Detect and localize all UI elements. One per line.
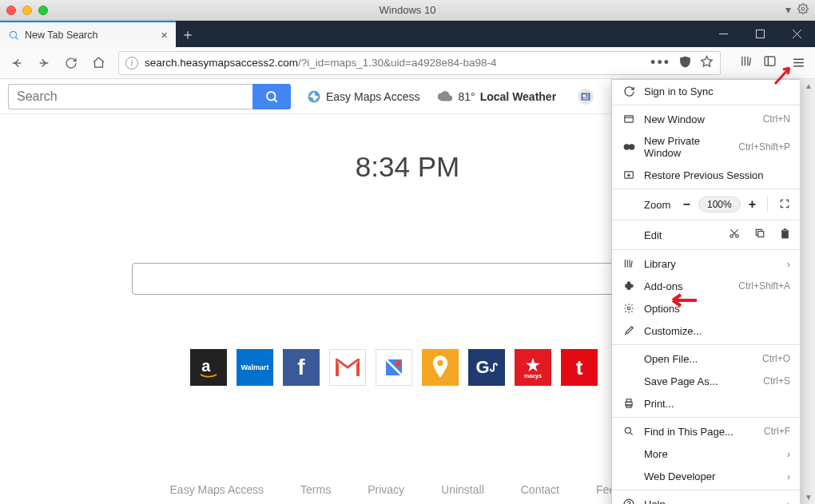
cut-button[interactable] bbox=[729, 228, 740, 242]
menu-new-window[interactable]: New Window Ctrl+N bbox=[612, 108, 800, 130]
pocket-icon[interactable] bbox=[678, 55, 692, 71]
svg-point-28 bbox=[625, 427, 630, 433]
menu-new-private-window[interactable]: New Private Window Ctrl+Shift+P bbox=[612, 130, 800, 164]
vertical-scrollbar[interactable]: ▲ ▼ bbox=[801, 79, 815, 504]
paste-button[interactable] bbox=[780, 228, 790, 242]
maximize-button[interactable] bbox=[741, 21, 778, 47]
sync-icon bbox=[622, 85, 636, 97]
svg-text:a: a bbox=[201, 357, 211, 375]
svg-rect-2 bbox=[756, 30, 764, 38]
sidebar-icon[interactable] bbox=[763, 54, 777, 71]
page-search bbox=[8, 84, 291, 109]
tile-macys[interactable]: ★macys bbox=[515, 349, 551, 386]
menu-label: Add-ons bbox=[644, 280, 738, 292]
menu-label: More bbox=[644, 448, 787, 460]
fullscreen-button[interactable] bbox=[779, 198, 790, 212]
tile-maps-pin[interactable] bbox=[422, 349, 459, 386]
menu-help[interactable]: Help › bbox=[612, 493, 800, 504]
minimize-button[interactable] bbox=[705, 21, 741, 47]
reload-button[interactable] bbox=[59, 51, 83, 75]
page-actions-icon[interactable]: ••• bbox=[650, 54, 670, 71]
svg-rect-19 bbox=[758, 232, 764, 237]
footer-link[interactable]: Terms bbox=[300, 483, 331, 496]
menu-zoom-row: Zoom − 100% + bbox=[612, 192, 800, 217]
menu-shortcut: Ctrl+N bbox=[763, 113, 790, 125]
svg-point-11 bbox=[437, 360, 443, 366]
zoom-value[interactable]: 100% bbox=[698, 196, 741, 212]
tab-new-tab-search[interactable]: New Tab Search × bbox=[0, 21, 176, 47]
menu-label: Sign in to Sync bbox=[644, 85, 790, 97]
edit-label: Edit bbox=[644, 229, 662, 241]
menu-print[interactable]: Print... bbox=[612, 392, 800, 415]
bookmark-star-icon[interactable] bbox=[700, 55, 714, 71]
tile-gas[interactable]: Gᔑ bbox=[468, 349, 505, 386]
menu-label: Open File... bbox=[644, 353, 762, 365]
svg-rect-21 bbox=[783, 228, 786, 231]
new-tab-button[interactable]: ＋ bbox=[176, 21, 200, 47]
menu-web-developer[interactable]: Web Developer › bbox=[612, 465, 800, 487]
menu-addons[interactable]: Add-ons Ctrl+Shift+A bbox=[612, 275, 800, 297]
close-button[interactable] bbox=[778, 21, 815, 47]
menu-customize[interactable]: Customize... bbox=[612, 319, 800, 342]
menu-label: Library bbox=[644, 258, 787, 270]
svg-rect-20 bbox=[781, 230, 789, 239]
easy-maps-label: Easy Maps Access bbox=[326, 90, 420, 103]
app-menu-button[interactable] bbox=[786, 51, 810, 75]
news-link[interactable] bbox=[577, 88, 594, 105]
weather-label: Local Weather bbox=[480, 90, 556, 103]
close-tab-button[interactable]: × bbox=[161, 28, 168, 42]
menu-sign-in-sync[interactable]: Sign in to Sync bbox=[612, 80, 800, 102]
svg-rect-15 bbox=[626, 145, 631, 149]
zoom-out-button[interactable]: − bbox=[683, 197, 690, 212]
page-search-button[interactable] bbox=[252, 84, 291, 109]
footer-link[interactable]: Uninstall bbox=[441, 483, 484, 496]
tab-strip: New Tab Search × ＋ bbox=[0, 21, 815, 47]
main-search-input[interactable] bbox=[132, 263, 683, 295]
brush-icon bbox=[622, 324, 636, 337]
menu-label: Customize... bbox=[644, 325, 790, 337]
search-icon bbox=[8, 30, 19, 41]
home-button[interactable] bbox=[86, 51, 110, 75]
svg-rect-8 bbox=[582, 94, 586, 97]
forward-button[interactable] bbox=[32, 51, 56, 75]
tile-gmail[interactable] bbox=[329, 349, 366, 386]
menu-label: Web Developer bbox=[644, 470, 787, 482]
menu-more[interactable]: More › bbox=[612, 442, 800, 465]
app-menu: Sign in to Sync New Window Ctrl+N New Pr… bbox=[611, 79, 801, 504]
guest-window-controls bbox=[705, 21, 815, 47]
tile-amazon[interactable]: a bbox=[190, 349, 227, 386]
url-bar[interactable]: i search.heasymapsaccess2.com/?i_id=maps… bbox=[118, 51, 721, 75]
tile-target[interactable]: t bbox=[561, 349, 598, 386]
menu-open-file[interactable]: Open File... Ctrl+O bbox=[612, 347, 800, 370]
menu-save-as[interactable]: Save Page As... Ctrl+S bbox=[612, 370, 800, 392]
menu-label: Save Page As... bbox=[644, 375, 763, 387]
footer-link[interactable]: Privacy bbox=[368, 483, 404, 496]
weather-link[interactable]: 81° Local Weather bbox=[436, 90, 557, 103]
copy-button[interactable] bbox=[754, 228, 765, 242]
chevron-right-icon: › bbox=[787, 470, 790, 482]
restore-icon bbox=[622, 169, 636, 181]
svg-point-24 bbox=[627, 307, 630, 310]
footer-link[interactable]: Contact bbox=[521, 483, 559, 496]
chevron-right-icon: › bbox=[787, 258, 790, 270]
footer-link[interactable]: Easy Maps Access bbox=[170, 483, 264, 496]
tile-facebook[interactable]: f bbox=[283, 349, 320, 386]
menu-options[interactable]: Options bbox=[612, 297, 800, 319]
page-search-input[interactable] bbox=[8, 84, 252, 109]
tile-walmart[interactable]: Walmart bbox=[237, 349, 273, 386]
tile-google-maps[interactable] bbox=[376, 349, 412, 386]
site-info-icon[interactable]: i bbox=[125, 57, 138, 69]
menu-find[interactable]: Find in This Page... Ctrl+F bbox=[612, 420, 800, 442]
menu-library[interactable]: Library › bbox=[612, 252, 800, 275]
mask-icon bbox=[622, 141, 636, 153]
menu-restore-session[interactable]: Restore Previous Session bbox=[612, 164, 800, 186]
scroll-down-arrow[interactable]: ▼ bbox=[802, 490, 815, 504]
scroll-up-arrow[interactable]: ▲ bbox=[802, 79, 815, 93]
easy-maps-link[interactable]: Easy Maps Access bbox=[307, 89, 420, 104]
library-icon[interactable] bbox=[740, 54, 753, 71]
svg-rect-12 bbox=[625, 116, 634, 122]
back-button[interactable] bbox=[5, 51, 29, 75]
cloud-icon bbox=[436, 90, 454, 103]
menu-shortcut: Ctrl+Shift+P bbox=[738, 141, 790, 153]
zoom-in-button[interactable]: + bbox=[749, 197, 756, 212]
